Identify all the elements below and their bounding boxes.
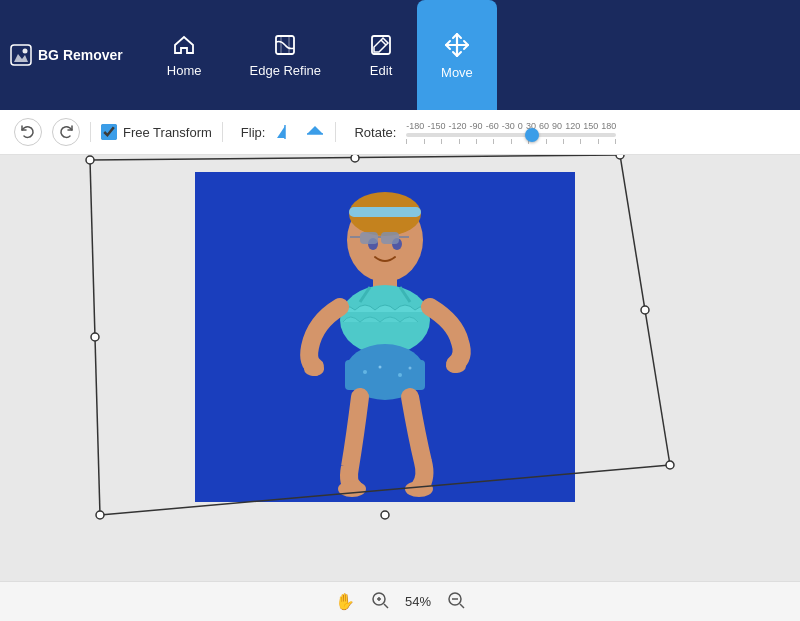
- nav-tabs: Home Edge Refine Edit: [143, 0, 497, 110]
- svg-rect-41: [381, 232, 399, 244]
- svg-marker-5: [277, 126, 285, 138]
- svg-point-39: [446, 359, 466, 373]
- svg-point-32: [363, 370, 367, 374]
- svg-point-14: [616, 155, 624, 159]
- divider-2: [222, 122, 223, 142]
- svg-line-51: [460, 604, 464, 608]
- rotate-thumb[interactable]: [525, 128, 539, 142]
- image-box: [195, 172, 575, 502]
- svg-line-12: [90, 160, 100, 515]
- flip-horizontal-icon: [275, 122, 295, 142]
- logo-icon: [10, 44, 32, 66]
- canvas-area: [0, 155, 800, 581]
- svg-marker-7: [307, 126, 323, 134]
- hand-tool-button[interactable]: ✋: [335, 592, 355, 611]
- svg-rect-31: [345, 360, 425, 390]
- flip-vertical-icon: [305, 122, 325, 142]
- tab-edge-refine[interactable]: Edge Refine: [226, 0, 346, 110]
- svg-point-15: [666, 461, 674, 469]
- redo-icon: [58, 124, 74, 140]
- rotate-numbers: -180 -150 -120 -90 -60 -30 0 30 60 90 12…: [406, 121, 616, 131]
- rotate-track[interactable]: [406, 133, 616, 137]
- home-icon: [172, 33, 196, 57]
- zoom-out-icon: [447, 591, 465, 609]
- rotate-ticks: [406, 139, 616, 144]
- child-figure: [255, 172, 515, 502]
- undo-icon: [20, 124, 36, 140]
- svg-point-33: [379, 366, 382, 369]
- svg-line-9: [90, 155, 620, 160]
- svg-rect-23: [349, 207, 421, 217]
- free-transform-toggle[interactable]: Free Transform: [101, 124, 212, 140]
- svg-point-20: [91, 333, 99, 341]
- svg-point-13: [86, 156, 94, 164]
- main-content: Free Transform Flip: Rotate: -180 -150 -…: [0, 110, 800, 621]
- move-icon: [443, 31, 471, 59]
- svg-point-17: [351, 155, 359, 162]
- rotate-label: Rotate:: [354, 125, 396, 140]
- header: BG Remover Home Edge Refine Ed: [0, 0, 800, 110]
- redo-button[interactable]: [52, 118, 80, 146]
- svg-line-10: [620, 155, 670, 465]
- zoom-out-button[interactable]: [447, 591, 465, 613]
- app-logo: BG Remover: [10, 44, 123, 66]
- free-transform-checkbox[interactable]: [101, 124, 117, 140]
- svg-point-19: [381, 511, 389, 519]
- rotate-slider[interactable]: -180 -150 -120 -90 -60 -30 0 30 60 90 12…: [406, 121, 616, 144]
- svg-point-34: [398, 373, 402, 377]
- tab-move[interactable]: Move: [417, 0, 497, 110]
- divider-3: [335, 122, 336, 142]
- tab-home[interactable]: Home: [143, 0, 226, 110]
- divider-1: [90, 122, 91, 142]
- svg-point-36: [338, 481, 366, 497]
- status-bar: ✋ 54%: [0, 581, 800, 621]
- undo-button[interactable]: [14, 118, 42, 146]
- tab-edit[interactable]: Edit: [345, 0, 417, 110]
- svg-point-1: [23, 49, 28, 54]
- toolbar: Free Transform Flip: Rotate: -180 -150 -…: [0, 110, 800, 155]
- zoom-in-button[interactable]: [371, 591, 389, 613]
- svg-rect-40: [360, 232, 378, 244]
- svg-point-16: [96, 511, 104, 519]
- flip-vertical-button[interactable]: [305, 122, 325, 142]
- svg-point-38: [304, 362, 324, 376]
- zoom-percent: 54%: [405, 594, 431, 609]
- edge-refine-icon: [273, 33, 297, 57]
- flip-horizontal-button[interactable]: [275, 122, 295, 142]
- flip-label: Flip:: [241, 125, 266, 140]
- svg-point-18: [641, 306, 649, 314]
- edit-icon: [369, 33, 393, 57]
- svg-point-37: [405, 481, 433, 497]
- zoom-in-icon: [371, 591, 389, 609]
- svg-line-48: [384, 604, 388, 608]
- svg-point-35: [409, 367, 412, 370]
